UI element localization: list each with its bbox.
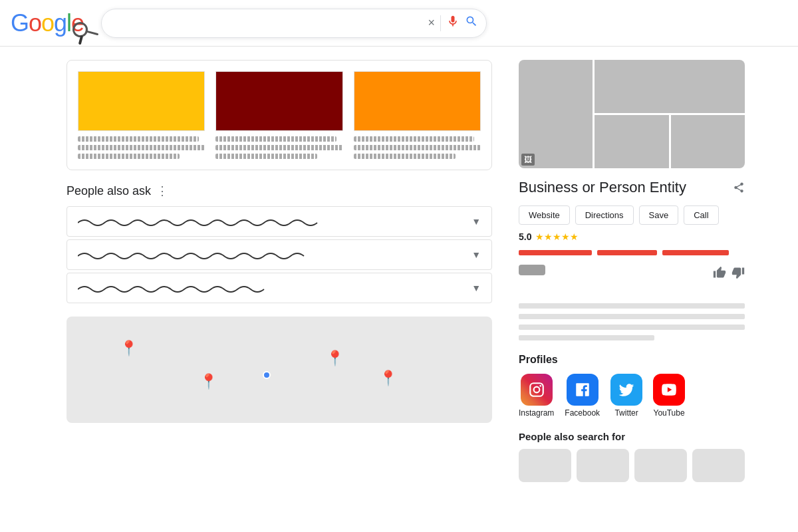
image-card-1[interactable]	[78, 71, 205, 159]
text-line	[215, 136, 336, 142]
pals-card-1[interactable]	[519, 449, 571, 482]
map-pin-2: 📍	[326, 350, 344, 367]
svg-line-1	[86, 27, 97, 38]
paa-menu-icon[interactable]: ⋮	[156, 184, 168, 198]
pals-card-4[interactable]	[692, 449, 745, 482]
thumb-up-button[interactable]	[713, 266, 726, 283]
grid-cell-large: 🖼	[519, 60, 593, 168]
paa-title: People also ask	[66, 184, 151, 198]
text-line	[354, 145, 481, 150]
save-button[interactable]: Save	[639, 205, 679, 225]
share-icon	[733, 182, 745, 194]
profiles-title: Profiles	[519, 354, 745, 366]
action-row	[519, 265, 745, 283]
thumb-down-button[interactable]	[732, 266, 745, 283]
text-line	[215, 154, 317, 159]
paa-item-3[interactable]: ▼	[66, 273, 492, 303]
search-icon	[465, 15, 478, 28]
youtube-label: YouTube	[653, 408, 684, 418]
paa-wavy-text-2	[78, 249, 471, 260]
gray-action-button[interactable]	[519, 265, 545, 275]
text-line	[78, 145, 205, 150]
google-logo[interactable]: Google	[11, 9, 84, 37]
pals-grid	[519, 449, 745, 482]
profiles-section: Profiles Instagram	[519, 354, 745, 418]
search-divider	[440, 15, 441, 31]
rating-row: 5.0 ★★★★★	[519, 231, 745, 242]
entity-actions: Website Directions Save Call	[519, 205, 745, 225]
paa-header: People also ask ⋮	[66, 184, 492, 198]
image-text-lines-1	[78, 136, 205, 159]
mic-button[interactable]	[446, 15, 460, 31]
color-swatch-orange	[354, 71, 481, 131]
star-rating: ★★★★★	[535, 231, 579, 242]
color-swatch-darkred	[215, 71, 342, 131]
image-text-lines-2	[215, 136, 342, 159]
share-button[interactable]	[733, 182, 745, 196]
search-button[interactable]	[465, 15, 478, 31]
clear-button[interactable]: ×	[428, 16, 435, 30]
twitter-icon	[610, 374, 642, 406]
facebook-label: Facebook	[565, 408, 600, 418]
left-column: People also ask ⋮ ▼ ▼	[66, 60, 492, 482]
text-line	[354, 136, 475, 142]
paa-chevron-2: ▼	[471, 249, 481, 260]
entity-name: Business or Person Entity	[519, 179, 686, 196]
paa-wavy-text-1	[78, 216, 471, 227]
paa-item-2[interactable]: ▼	[66, 239, 492, 270]
text-line	[78, 136, 199, 142]
svg-point-0	[71, 20, 89, 38]
grid-cell-sm2	[671, 115, 745, 168]
profile-instagram[interactable]: Instagram	[519, 374, 554, 418]
call-button[interactable]: Call	[684, 205, 718, 225]
instagram-label: Instagram	[519, 408, 554, 418]
mic-icon	[446, 15, 460, 28]
desc-line-4	[519, 335, 654, 340]
pals-title: People also search for	[519, 431, 745, 442]
directions-button[interactable]: Directions	[575, 205, 634, 225]
pals-card-3[interactable]	[634, 449, 687, 482]
review-bar-1	[519, 250, 592, 255]
profile-facebook[interactable]: Facebook	[565, 374, 600, 418]
desc-line-1	[519, 303, 745, 309]
map-section[interactable]: 📍 📍 📍 📍	[66, 317, 492, 423]
review-bars	[519, 250, 745, 255]
search-input[interactable]	[110, 17, 422, 29]
map-location-dot	[263, 371, 271, 379]
pals-card-2[interactable]	[577, 449, 629, 482]
review-bar-3	[662, 250, 729, 255]
profile-youtube[interactable]: YouTube	[653, 374, 685, 418]
grid-cell-sm1	[595, 115, 668, 168]
text-line	[78, 154, 180, 159]
map-pin-4: 📍	[379, 370, 397, 387]
paa-wavy-text-3	[78, 283, 471, 293]
paa-item-1[interactable]: ▼	[66, 206, 492, 237]
desc-line-2	[519, 314, 745, 319]
map-pin-1: 📍	[120, 340, 138, 357]
search-bar: ×	[101, 9, 487, 38]
review-bar-2	[597, 250, 657, 255]
image-overlay: 🖼	[519, 60, 593, 168]
website-button[interactable]: Website	[519, 205, 570, 225]
facebook-icon	[567, 374, 598, 406]
profile-twitter[interactable]: Twitter	[610, 374, 642, 418]
entity-description	[519, 303, 745, 340]
rating-number: 5.0	[519, 231, 531, 242]
entity-image-grid[interactable]: 🖼	[519, 60, 745, 168]
text-line	[215, 145, 342, 150]
paa-chevron-1: ▼	[471, 216, 481, 227]
instagram-icon	[521, 374, 553, 406]
twitter-label: Twitter	[614, 408, 638, 418]
paa-chevron-3: ▼	[471, 283, 481, 293]
image-text-lines-3	[354, 136, 481, 159]
color-swatch-yellow	[78, 71, 205, 131]
main-content: People also ask ⋮ ▼ ▼	[0, 47, 798, 495]
map-pin-3: 📍	[200, 373, 217, 390]
image-results	[66, 60, 492, 170]
entity-header: Business or Person Entity	[519, 179, 745, 199]
desc-line-3	[519, 325, 745, 330]
image-card-3[interactable]	[354, 71, 481, 159]
paa-section: People also ask ⋮ ▼ ▼	[66, 184, 492, 303]
image-card-2[interactable]	[215, 71, 342, 159]
header: Google ×	[0, 0, 798, 47]
